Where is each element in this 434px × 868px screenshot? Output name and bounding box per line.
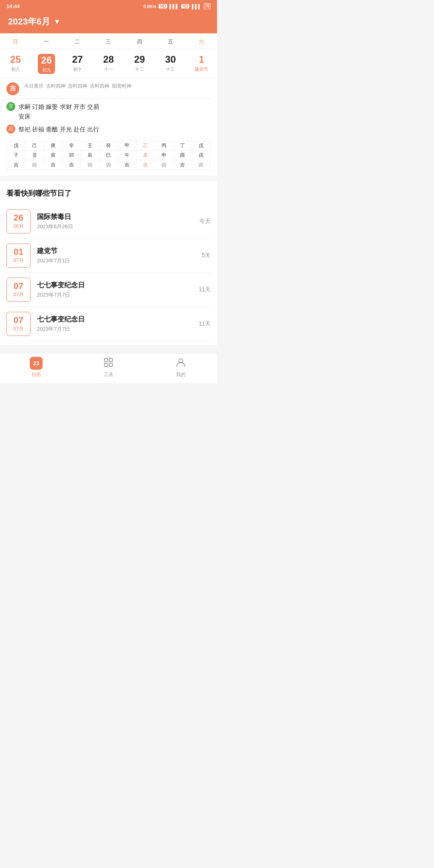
calendar-header[interactable]: 2023年6月 ▼ <box>0 12 217 33</box>
holiday-item-3[interactable]: 07 07月 七七事变纪念日 2023年7月7日 11天 <box>6 273 211 307</box>
holiday-name-1: 国际禁毒日 <box>37 212 199 221</box>
bottom-gap <box>0 345 217 353</box>
battery-indicator: 75 <box>204 3 211 9</box>
holiday-info-1: 国际禁毒日 2023年6月26日 <box>37 212 199 230</box>
holiday-item-2[interactable]: 01 07月 建党节 2023年7月1日 5天 <box>6 239 211 273</box>
holiday-date-box-1: 26 06月 <box>6 209 31 233</box>
holiday-day-4: 07 <box>14 315 23 326</box>
weekday-row: 日 一 二 三 四 五 六 <box>0 33 217 49</box>
date-row: 25 初八 26 初九 27 初十 28 十一 29 十二 30 十三 1 建党… <box>0 49 217 78</box>
almanac-ji-item: 忌 祭祀 祈福 斋醮 开光 赴任 出行 <box>6 125 211 134</box>
date-27[interactable]: 27 初十 <box>62 52 93 76</box>
date-26[interactable]: 26 初九 <box>31 52 62 76</box>
holiday-month-2: 07月 <box>13 257 23 264</box>
holiday-day-2: 01 <box>14 247 23 257</box>
date-1[interactable]: 1 建党节 <box>186 52 217 76</box>
signal-icon: ▌▌▌ <box>170 4 179 9</box>
status-right: 0.0K/s HD ▌▌▌ HD ▌▌▌ 75 <box>143 3 211 9</box>
hd-badge2: HD <box>181 4 189 8</box>
svg-rect-0 <box>104 358 108 362</box>
weekday-tue: 二 <box>62 37 93 47</box>
weekday-sat: 六 <box>186 37 217 47</box>
date-28[interactable]: 28 十一 <box>93 52 124 76</box>
holiday-days-1: 今天 <box>199 218 211 225</box>
almanac-yi-item: 宜 求嗣 订婚 嫁娶 求财 开市 交易安床 <box>6 102 211 121</box>
holiday-name-3: 七七事变纪念日 <box>37 280 199 290</box>
holiday-days-2: 5天 <box>202 252 211 259</box>
holiday-date-box-2: 01 07月 <box>6 244 31 268</box>
holiday-month-4: 07月 <box>13 326 23 332</box>
yi-text: 求嗣 订婚 嫁娶 求财 开市 交易安床 <box>18 102 99 121</box>
month-year-title[interactable]: 2023年6月 <box>8 16 50 28</box>
svg-rect-3 <box>109 363 113 366</box>
status-bar: 14:44 0.0K/s HD ▌▌▌ HD ▌▌▌ 75 <box>0 0 217 12</box>
signal-icon2: ▌▌▌ <box>192 4 201 9</box>
calendar-icon: 23 <box>30 357 43 370</box>
svg-rect-1 <box>104 363 108 366</box>
weekday-sun: 日 <box>0 37 31 47</box>
weekday-fri: 五 <box>155 37 186 47</box>
nav-item-mine[interactable]: 我的 <box>145 357 217 378</box>
nav-item-calendar[interactable]: 23 日历 <box>0 357 72 378</box>
date-29[interactable]: 29 十二 <box>124 52 155 76</box>
hd-badge: HD <box>159 4 167 8</box>
holiday-item-4[interactable]: 07 07月 七七事变纪念日 2023年7月7日 11天 <box>6 307 211 341</box>
nav-item-tools[interactable]: 工具 <box>72 357 145 378</box>
holiday-date-box-4: 07 07月 <box>6 312 31 336</box>
holiday-info-4: 七七事变纪念日 2023年7月7日 <box>37 315 199 333</box>
nav-label-mine: 我的 <box>176 371 186 378</box>
almanac-top-text: 今日黄历 吉时四神 吉时四神 吉时四神 阳贵时神 <box>24 82 131 90</box>
weekday-mon: 一 <box>31 37 62 47</box>
mine-icon <box>175 357 186 370</box>
holiday-month-3: 07月 <box>13 291 23 298</box>
svg-rect-2 <box>109 358 113 362</box>
holiday-month-1: 06月 <box>13 223 23 230</box>
almanac-panel: 吉 今日黄历 吉时四神 吉时四神 吉时四神 阳贵时神 宜 求嗣 订婚 嫁娶 求财… <box>0 78 217 176</box>
tools-icon <box>103 357 114 370</box>
ji2-badge: 忌 <box>6 125 15 133</box>
holiday-info-3: 七七事变纪念日 2023年7月7日 <box>37 280 199 299</box>
weekday-thu: 四 <box>124 37 155 47</box>
nav-label-calendar: 日历 <box>31 371 41 378</box>
holiday-day-1: 26 <box>14 213 23 223</box>
holiday-fulldate-3: 2023年7月7日 <box>37 291 199 299</box>
ji-text: 祭祀 祈福 斋醮 开光 赴任 出行 <box>18 125 99 134</box>
stems-table: 戊 己 庚 辛 壬 癸 甲 乙 丙 丁 戊 子 丑 寅 卯 辰 巳 午 未 <box>6 141 211 170</box>
holiday-item-1[interactable]: 26 06月 国际禁毒日 2023年6月26日 今天 <box>6 205 211 239</box>
holiday-fulldate-2: 2023年7月1日 <box>37 257 202 264</box>
weekday-wed: 三 <box>93 37 124 47</box>
date-30[interactable]: 30 十三 <box>155 52 186 76</box>
holiday-days-4: 11天 <box>199 320 211 328</box>
yi-badge: 宜 <box>6 102 15 111</box>
almanac-top-row: 吉 今日黄历 吉时四神 吉时四神 吉时四神 阳贵时神 <box>6 82 211 99</box>
section-gap <box>0 176 217 181</box>
nav-label-tools: 工具 <box>104 371 113 378</box>
network-speed: 0.0K/s <box>143 4 156 9</box>
holiday-name-2: 建党节 <box>37 246 202 256</box>
status-time: 14:44 <box>6 3 20 9</box>
dropdown-arrow-icon[interactable]: ▼ <box>53 18 61 26</box>
ji-badge: 吉 <box>6 82 19 95</box>
holidays-title: 看看快到哪些节日了 <box>6 188 211 198</box>
holiday-name-4: 七七事变纪念日 <box>37 315 199 324</box>
holiday-fulldate-4: 2023年7月7日 <box>37 326 199 333</box>
bottom-nav: 23 日历 工具 我的 <box>0 353 217 383</box>
holiday-fulldate-1: 2023年6月26日 <box>37 223 199 230</box>
holiday-date-box-3: 07 07月 <box>6 278 31 302</box>
holidays-section: 看看快到哪些节日了 26 06月 国际禁毒日 2023年6月26日 今天 01 … <box>0 181 217 345</box>
holiday-info-2: 建党节 2023年7月1日 <box>37 246 202 264</box>
date-25[interactable]: 25 初八 <box>0 52 31 76</box>
holiday-days-3: 11天 <box>199 286 211 293</box>
holiday-day-3: 07 <box>14 281 23 291</box>
